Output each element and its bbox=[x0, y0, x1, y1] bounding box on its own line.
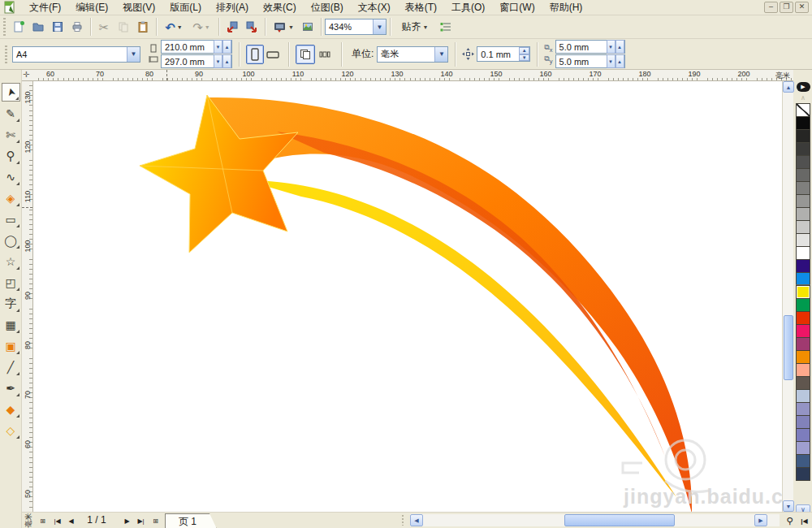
zoom-tool[interactable]: ⚲ bbox=[2, 146, 20, 165]
palette-swatch-26[interactable] bbox=[796, 441, 810, 455]
menu-item-text[interactable]: 文本(X) bbox=[351, 1, 398, 15]
paper-width-spinner[interactable]: ▼▲ bbox=[214, 40, 231, 54]
text-tool[interactable]: 字 bbox=[2, 294, 20, 313]
snap-dropdown-caret[interactable]: ▼ bbox=[423, 24, 429, 30]
portrait-button[interactable] bbox=[246, 45, 264, 64]
palette-swatch-20[interactable] bbox=[796, 363, 810, 377]
palette-swatch-17[interactable] bbox=[796, 324, 810, 338]
horizontal-scroll-thumb[interactable] bbox=[564, 514, 675, 526]
vertical-ruler[interactable]: 1301201101009080706050 bbox=[22, 81, 33, 512]
redo-button[interactable]: ↷▼ bbox=[188, 17, 215, 37]
palette-swatch-6[interactable] bbox=[796, 181, 810, 195]
swatch-no-color[interactable] bbox=[796, 103, 810, 117]
palette-swatch-25[interactable] bbox=[796, 428, 810, 442]
palette-swatch-24[interactable] bbox=[796, 415, 810, 429]
chevron-down-icon[interactable]: ▼ bbox=[434, 47, 447, 62]
palette-swatch-4[interactable] bbox=[796, 155, 810, 169]
application-launcher-button[interactable]: ▼ bbox=[269, 17, 298, 37]
menu-item-view[interactable]: 视图(V) bbox=[115, 1, 162, 15]
palette-scroll-up-button[interactable]: ∧ bbox=[796, 93, 810, 103]
all-pages-layout-button[interactable] bbox=[296, 45, 315, 64]
palette-swatch-9[interactable] bbox=[796, 220, 810, 234]
save-button[interactable] bbox=[48, 17, 67, 37]
palette-swatch-19[interactable] bbox=[796, 350, 810, 364]
drawing-canvas[interactable]: jingyan.baidu.com bbox=[33, 81, 782, 512]
duplicate-x-spinner[interactable]: ▼▲ bbox=[607, 40, 624, 54]
menu-item-effects[interactable]: 效果(C) bbox=[256, 1, 304, 15]
palette-swatch-10[interactable] bbox=[796, 233, 810, 247]
close-button[interactable]: ✕ bbox=[795, 2, 809, 13]
page-tab-1[interactable]: 页 1 bbox=[165, 513, 217, 528]
scrollbar-drag-handle[interactable] bbox=[402, 515, 406, 526]
menu-item-help[interactable]: 帮助(H) bbox=[542, 1, 590, 15]
palette-swatch-7[interactable] bbox=[796, 194, 810, 208]
vertical-scrollbar[interactable]: ▲ ▼ bbox=[782, 81, 793, 512]
first-page-button[interactable]: |◀ bbox=[51, 514, 63, 527]
redo-dropdown-caret[interactable]: ▼ bbox=[205, 24, 210, 30]
ellipse-tool[interactable]: ◯ bbox=[2, 231, 20, 249]
scroll-right-button[interactable]: ▶ bbox=[754, 514, 767, 526]
ruler-origin-icon[interactable]: ✛ bbox=[23, 70, 33, 80]
palette-swatch-2[interactable] bbox=[796, 129, 810, 143]
chevron-down-icon[interactable]: ▼ bbox=[127, 47, 140, 62]
menu-item-bitmaps[interactable]: 位图(B) bbox=[304, 1, 351, 15]
horizontal-scrollbar[interactable]: ◀ ▶ bbox=[410, 514, 780, 526]
scroll-down-button[interactable]: ▼ bbox=[783, 500, 794, 512]
palette-swatch-22[interactable] bbox=[796, 389, 810, 403]
menu-item-arrange[interactable]: 排列(A) bbox=[209, 1, 256, 15]
palette-swatch-16[interactable] bbox=[796, 311, 810, 325]
copy-button[interactable] bbox=[114, 17, 133, 37]
paper-preset-combo[interactable]: A4 ▼ bbox=[12, 46, 140, 63]
palette-swatch-23[interactable] bbox=[796, 402, 810, 416]
undo-dropdown-caret[interactable]: ▼ bbox=[177, 24, 183, 30]
last-page-button[interactable]: ▶| bbox=[135, 514, 147, 527]
shape-tool[interactable]: ✎ bbox=[2, 104, 20, 123]
menu-item-file[interactable]: 文件(F) bbox=[22, 1, 68, 15]
fill-tool[interactable]: ◆ bbox=[2, 400, 20, 418]
palette-swatch-18[interactable] bbox=[796, 337, 810, 351]
undo-button[interactable]: ↶▼ bbox=[160, 17, 188, 37]
outline-pen-tool[interactable]: ✒ bbox=[2, 379, 20, 397]
toolbar-drag-handle[interactable] bbox=[2, 18, 7, 36]
print-button[interactable] bbox=[67, 17, 87, 37]
horizontal-ruler[interactable]: ✛ 毫米 60708090100110120130140150160170180… bbox=[22, 70, 793, 81]
smart-fill-tool[interactable]: ◈ bbox=[2, 188, 20, 207]
vertical-scroll-thumb[interactable] bbox=[784, 315, 793, 380]
duplicate-x-field[interactable]: 5.0 mm ▼▲ bbox=[555, 40, 625, 54]
palette-swatch-3[interactable] bbox=[796, 142, 810, 156]
chevron-down-icon[interactable]: ▼ bbox=[373, 19, 386, 34]
palette-swatch-21[interactable] bbox=[796, 376, 810, 390]
units-combo[interactable]: 毫米 ▼ bbox=[377, 46, 448, 63]
palette-swatch-5[interactable] bbox=[796, 168, 810, 182]
shooting-star-artwork[interactable] bbox=[33, 81, 782, 512]
comet-tail[interactable] bbox=[207, 97, 692, 512]
corel-online-button[interactable] bbox=[298, 17, 317, 37]
menu-item-window[interactable]: 窗口(W) bbox=[492, 1, 542, 15]
menu-item-layout[interactable]: 版面(L) bbox=[162, 1, 209, 15]
current-page-layout-button[interactable] bbox=[315, 45, 335, 64]
landscape-button[interactable] bbox=[264, 45, 282, 64]
palette-swatch-14[interactable] bbox=[796, 285, 810, 299]
restore-button[interactable]: ❐ bbox=[780, 2, 793, 13]
basic-shapes-tool[interactable]: ◰ bbox=[2, 273, 20, 292]
blend-tool[interactable]: ▣ bbox=[2, 336, 20, 355]
palette-flyout-button[interactable]: ▶ bbox=[797, 82, 810, 92]
open-button[interactable] bbox=[28, 17, 48, 37]
polygon-tool[interactable]: ☆ bbox=[2, 252, 20, 270]
palette-swatch-15[interactable] bbox=[796, 298, 810, 312]
new-document-button[interactable] bbox=[9, 17, 28, 37]
scroll-left-button[interactable]: ◀ bbox=[410, 514, 423, 526]
pick-tool[interactable]: ➤ bbox=[2, 83, 20, 102]
paper-height-spinner[interactable]: ▼▲ bbox=[214, 54, 231, 68]
palette-swatch-8[interactable] bbox=[796, 207, 810, 221]
palette-swatch-13[interactable] bbox=[796, 272, 810, 286]
paste-button[interactable] bbox=[133, 17, 153, 37]
palette-swatch-27[interactable] bbox=[796, 454, 810, 468]
eyedropper-tool[interactable]: ╱ bbox=[2, 357, 20, 376]
table-tool[interactable]: ▦ bbox=[2, 315, 20, 334]
next-page-button[interactable]: ▶ bbox=[121, 514, 133, 527]
rectangle-tool[interactable]: ▭ bbox=[2, 210, 20, 228]
menu-item-edit[interactable]: 编辑(E) bbox=[68, 1, 115, 15]
snap-to-button[interactable]: 贴齐 ▼ bbox=[394, 17, 436, 37]
palette-swatch-1[interactable] bbox=[796, 116, 810, 130]
